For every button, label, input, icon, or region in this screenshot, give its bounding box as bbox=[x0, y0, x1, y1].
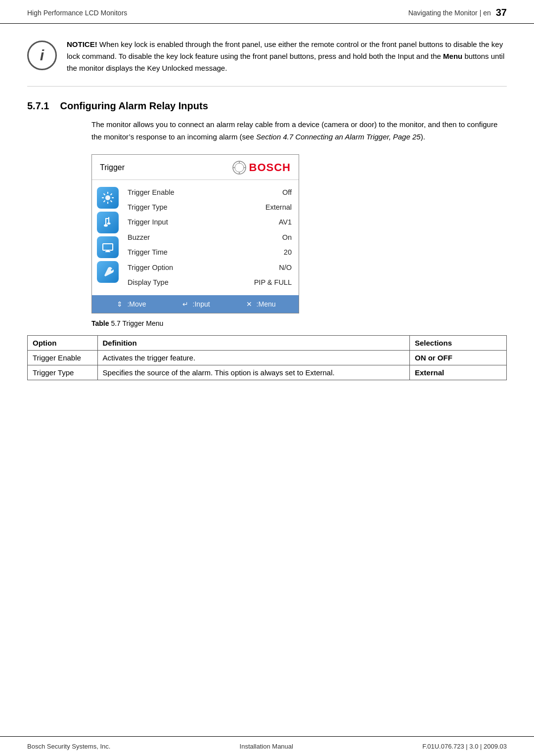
osd-value-3: On bbox=[282, 232, 292, 243]
svg-line-11 bbox=[104, 193, 105, 195]
row1-option: Trigger Type bbox=[28, 365, 98, 380]
osd-label-6: Display Type bbox=[128, 277, 169, 288]
svg-point-18 bbox=[104, 224, 108, 226]
osd-value-5: N/O bbox=[279, 262, 292, 273]
osd-menu-screenshot: Trigger BOSCH bbox=[91, 154, 299, 313]
svg-rect-21 bbox=[106, 250, 109, 251]
col-header-selections: Selections bbox=[410, 335, 507, 350]
svg-line-12 bbox=[111, 200, 112, 202]
osd-menu-btn: ✕ :Menu bbox=[244, 299, 276, 309]
notice-menu-label: Menu bbox=[443, 52, 462, 60]
osd-menu-row-4: Trigger Time 20 bbox=[126, 245, 294, 260]
osd-bottom-bar: ⇕ :Move ↵ :Input ✕ :Menu bbox=[92, 295, 299, 313]
svg-rect-17 bbox=[105, 218, 109, 219]
table-caption: Table 5.7 Trigger Menu bbox=[91, 319, 507, 327]
osd-value-2: AV1 bbox=[279, 217, 292, 227]
osd-value-6: PIP & FULL bbox=[254, 277, 292, 288]
notice-label: NOTICE! bbox=[67, 40, 97, 48]
section-number: 5.7.1 bbox=[27, 100, 49, 112]
col-header-option: Option bbox=[28, 335, 98, 350]
osd-menu-row-6: Display Type PIP & FULL bbox=[126, 275, 294, 290]
header-right: Navigating the Monitor | en 37 bbox=[408, 7, 507, 18]
notice-text: NOTICE! When key lock is enabled through… bbox=[67, 39, 507, 74]
table-label: Table bbox=[91, 319, 109, 327]
info-icon: i bbox=[27, 41, 57, 70]
svg-rect-15 bbox=[105, 218, 106, 225]
osd-menu-row-1: Trigger Type External bbox=[126, 200, 294, 215]
row0-option: Trigger Enable bbox=[28, 350, 98, 365]
osd-menu-row-3: Buzzer On bbox=[126, 230, 294, 245]
row0-selection: ON or OFF bbox=[410, 350, 507, 365]
col-header-definition: Definition bbox=[97, 335, 409, 350]
row1-selection: External bbox=[410, 365, 507, 380]
trigger-table: Option Definition Selections Trigger Ena… bbox=[27, 335, 507, 380]
svg-point-6 bbox=[105, 195, 110, 200]
osd-icon-brightness bbox=[97, 187, 119, 209]
svg-line-13 bbox=[111, 193, 112, 195]
svg-rect-16 bbox=[108, 217, 109, 223]
row1-definition: Specifies the source of the alarm. This … bbox=[97, 365, 409, 380]
notice-block: i NOTICE! When key lock is enabled throu… bbox=[27, 39, 507, 87]
osd-title-bar: Trigger BOSCH bbox=[92, 155, 299, 180]
notice-text1: When key lock is enabled through the fro… bbox=[67, 40, 503, 60]
svg-point-19 bbox=[107, 222, 111, 224]
svg-line-14 bbox=[104, 200, 105, 202]
header-nav-text: Navigating the Monitor | en bbox=[408, 9, 491, 17]
osd-menu-icon: ✕ bbox=[244, 299, 254, 309]
table-row: Trigger Enable Activates the trigger fea… bbox=[28, 350, 507, 365]
section-body: The monitor allows you to connect an ala… bbox=[27, 119, 507, 143]
footer-center: Installation Manual bbox=[240, 743, 293, 750]
osd-input-label: :Input bbox=[193, 300, 210, 308]
osd-title: Trigger bbox=[100, 163, 125, 172]
bosch-logo: BOSCH bbox=[232, 161, 291, 175]
footer-right: F.01U.076.723 | 3.0 | 2009.03 bbox=[422, 743, 507, 750]
osd-value-0: Off bbox=[282, 187, 292, 198]
osd-label-3: Buzzer bbox=[128, 232, 150, 243]
osd-icon-settings bbox=[97, 261, 119, 283]
svg-rect-20 bbox=[103, 244, 113, 250]
section-title: Configuring Alarm Relay Inputs bbox=[60, 100, 208, 112]
osd-input-icon: ↵ bbox=[180, 299, 190, 309]
table-header-row: Option Definition Selections bbox=[28, 335, 507, 350]
svg-point-1 bbox=[235, 163, 244, 172]
osd-label-1: Trigger Type bbox=[128, 202, 168, 213]
section-heading: 5.7.1 Configuring Alarm Relay Inputs bbox=[27, 100, 507, 112]
section-body2: ). bbox=[421, 133, 425, 141]
osd-move-icon: ⇕ bbox=[115, 299, 125, 309]
bosch-logo-icon bbox=[232, 161, 246, 175]
osd-menu-label: :Menu bbox=[257, 300, 276, 308]
content-area: i NOTICE! When key lock is enabled throu… bbox=[0, 24, 534, 736]
page-footer: Bosch Security Systems, Inc. Installatio… bbox=[0, 736, 534, 756]
svg-rect-22 bbox=[105, 251, 110, 252]
osd-input-btn: ↵ :Input bbox=[180, 299, 210, 309]
osd-body: Trigger Enable Off Trigger Type External… bbox=[92, 180, 299, 295]
header-left-text: High Performance LCD Monitors bbox=[27, 9, 127, 17]
row0-definition: Activates the trigger feature. bbox=[97, 350, 409, 365]
osd-value-4: 20 bbox=[284, 247, 292, 258]
osd-menu-row-5: Trigger Option N/O bbox=[126, 260, 294, 275]
header-page-number: 37 bbox=[496, 7, 507, 18]
osd-menu-row-0: Trigger Enable Off bbox=[126, 185, 294, 200]
footer-left: Bosch Security Systems, Inc. bbox=[27, 743, 110, 750]
osd-label-2: Trigger Input bbox=[128, 217, 168, 227]
osd-move-btn: ⇕ :Move bbox=[115, 299, 146, 309]
osd-move-label: :Move bbox=[127, 300, 146, 308]
section-italic: Section 4.7 Connecting an Alarm Trigger,… bbox=[256, 133, 421, 141]
osd-icon-display bbox=[97, 236, 119, 258]
table-row: Trigger Type Specifies the source of the… bbox=[28, 365, 507, 380]
osd-value-1: External bbox=[266, 202, 292, 213]
page-header: High Performance LCD Monitors Navigating… bbox=[0, 0, 534, 24]
osd-label-5: Trigger Option bbox=[128, 262, 173, 273]
osd-label-0: Trigger Enable bbox=[128, 187, 175, 198]
table-caption-text: Trigger Menu bbox=[123, 319, 164, 327]
osd-icons-column bbox=[97, 185, 119, 290]
osd-label-4: Trigger Time bbox=[128, 247, 168, 258]
bosch-logo-text: BOSCH bbox=[249, 161, 291, 174]
osd-menu-items: Trigger Enable Off Trigger Type External… bbox=[126, 185, 294, 290]
osd-menu-row-2: Trigger Input AV1 bbox=[126, 215, 294, 229]
table-number: 5.7 bbox=[111, 319, 120, 327]
osd-icon-audio bbox=[97, 212, 119, 233]
